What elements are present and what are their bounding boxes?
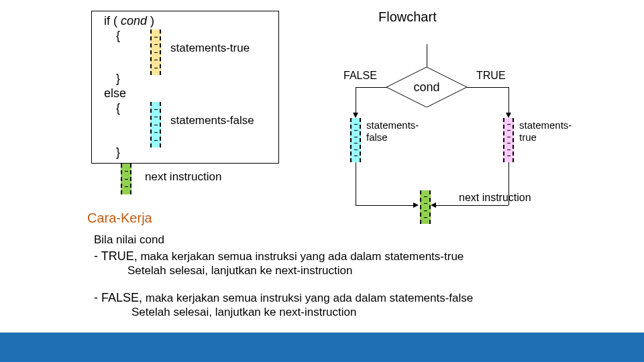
code-brace-close-2: }: [116, 145, 120, 160]
bottom-bar: [0, 333, 644, 362]
flowchart-title: Flowchart: [378, 9, 437, 25]
proc-next: [121, 164, 131, 194]
line-merge-left-h: [356, 205, 415, 206]
code-brace-close-1: }: [116, 72, 120, 86]
label-next-instruction: next instruction: [145, 170, 221, 184]
line-into-diamond: [427, 44, 427, 68]
fc-label-next: next instruction: [459, 192, 531, 204]
fc-label-stmt-true-b: true: [519, 131, 537, 143]
arrow-merge-right: [431, 202, 436, 208]
line-merge-right-h: [436, 205, 508, 206]
arrow-merge-left: [413, 202, 419, 208]
fc-label-stmt-false-b: false: [366, 131, 388, 143]
explain-true-line2: Setelah selesai, lanjutkan ke next-instr…: [127, 264, 352, 278]
fc-proc-true: [503, 118, 514, 162]
code-brace-open-1: {: [116, 29, 120, 43]
code-box: if ( cond ) { } else { }: [91, 11, 279, 164]
code-if: if ( cond ): [104, 14, 154, 28]
explain-true-line: - TRUE, maka kerjakan semua instruksi ya…: [94, 249, 464, 263]
explain-intro: Bila nilai cond: [94, 233, 164, 247]
proc-true: [150, 29, 161, 75]
decision-diamond: cond: [386, 67, 467, 107]
arrow-false-down: [353, 113, 358, 118]
fc-label-stmt-true-a: statements-: [519, 119, 572, 131]
label-statements-true: statements-true: [170, 42, 250, 55]
fc-proc-false: [350, 118, 361, 162]
label-true: TRUE: [476, 70, 506, 82]
diamond-cond-label: cond: [386, 67, 467, 107]
line-false-v: [356, 87, 356, 114]
arrow-true-down: [506, 113, 511, 118]
line-true-v: [508, 87, 509, 114]
line-true-h: [467, 87, 508, 88]
proc-false: [150, 102, 161, 147]
code-else: else: [104, 86, 126, 101]
fc-label-stmt-false-a: statements-: [366, 119, 419, 131]
explain-false-line2: Setelah selesai, lanjutkan ke next-instr…: [131, 306, 356, 319]
line-merge-left-v: [356, 162, 356, 205]
label-false: FALSE: [343, 70, 377, 82]
code-brace-open-2: {: [116, 101, 120, 115]
fc-proc-next: [420, 190, 431, 224]
label-statements-false: statements-false: [170, 114, 254, 127]
explain-false-line: - FALSE, maka kerjakan semua instruksi y…: [94, 291, 473, 305]
section-title: Cara-Kerja: [87, 210, 152, 226]
line-false-h: [356, 87, 386, 88]
